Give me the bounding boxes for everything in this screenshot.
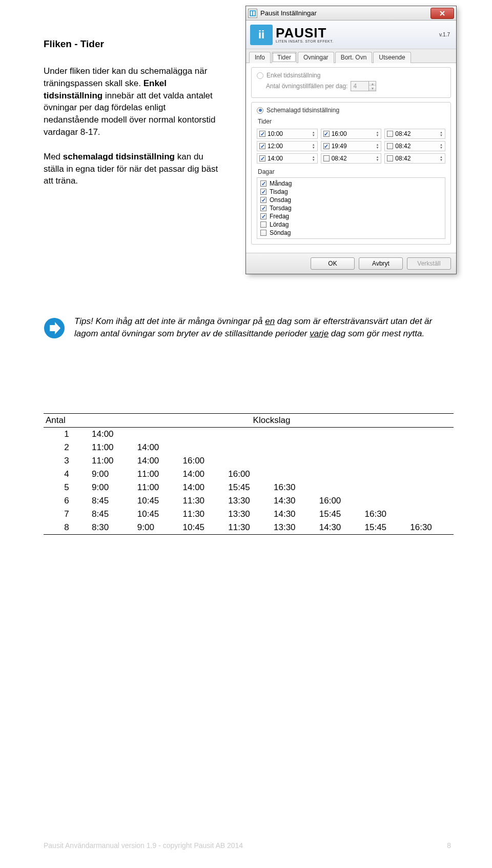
simple-count-label: Antal övningstillfällen per dag:	[266, 83, 347, 90]
table-cell-time	[363, 468, 408, 481]
close-icon	[439, 11, 445, 16]
table-cell-time: 11:00	[90, 454, 135, 468]
schedule-table: Antal Klockslag 114:00211:0014:00311:001…	[44, 413, 454, 535]
table-cell-time: 14:00	[135, 441, 181, 454]
day-row[interactable]: Torsdag	[260, 204, 442, 212]
table-cell-time: 10:45	[135, 494, 181, 508]
time-cell[interactable]: 08:42▲▼	[384, 141, 445, 151]
table-cell-antal: 5	[44, 481, 90, 494]
table-header-klockslag: Klockslag	[90, 414, 454, 428]
time-cell[interactable]: 08:42▲▼	[384, 153, 445, 164]
time-cell[interactable]: 10:00▲▼	[257, 129, 318, 139]
table-cell-time	[226, 428, 272, 441]
simple-count-spinner[interactable]: 4 ▲▼	[351, 81, 376, 91]
day-row[interactable]: Lördag	[260, 220, 442, 229]
table-cell-antal: 3	[44, 454, 90, 468]
table-cell-antal: 1	[44, 428, 90, 441]
table-row: 78:4510:4511:3013:3014:3015:4516:30	[44, 508, 454, 521]
time-cell[interactable]: 08:42▲▼	[384, 129, 445, 139]
spinner-arrows: ▲▼	[440, 131, 443, 137]
day-label: Torsdag	[270, 205, 292, 212]
settings-window: Pausit Inställningar ii PAUSIT LITEN INS…	[246, 6, 456, 274]
window-title: Pausit Inställningar	[260, 9, 430, 17]
day-label: Söndag	[270, 229, 291, 236]
table-cell-time: 11:00	[135, 468, 181, 481]
table-cell-time	[408, 441, 454, 454]
chevron-down-icon: ▼	[369, 86, 376, 91]
table-cell-time: 15:45	[363, 521, 408, 535]
tabstrip: Info Tider Ovningar Bort. Ovn Utseende	[246, 49, 456, 63]
cancel-button[interactable]: Avbryt	[359, 257, 403, 270]
table-cell-time: 16:00	[226, 468, 272, 481]
window-header: ii PAUSIT LITEN INSATS. STOR EFFEKT. v.1…	[246, 21, 456, 49]
table-cell-time	[317, 468, 363, 481]
tab-ovningar[interactable]: Ovningar	[298, 52, 334, 63]
table-cell-time	[317, 481, 363, 494]
tips-part-1: Tips! Kom ihåg att det inte är många övn…	[74, 316, 265, 326]
table-cell-time: 14:30	[272, 494, 317, 508]
time-cell[interactable]: 19:49▲▼	[321, 141, 382, 151]
day-label: Måndag	[270, 180, 292, 187]
table-cell-time	[408, 508, 454, 521]
tab-utseende[interactable]: Utseende	[373, 52, 411, 63]
table-cell-time	[272, 428, 317, 441]
day-row[interactable]: Fredag	[260, 212, 442, 220]
version-label: v.1.7	[439, 32, 450, 37]
scheduled-time-fieldset: Schemalagd tidsinställning Tider 10:00▲▼…	[251, 102, 451, 245]
table-cell-time	[363, 494, 408, 508]
table-cell-time	[181, 441, 227, 454]
time-cell[interactable]: 14:00▲▼	[257, 153, 318, 164]
close-button[interactable]	[430, 8, 454, 19]
checkbox-icon	[260, 197, 266, 203]
table-cell-antal: 8	[44, 521, 90, 535]
table-cell-time: 16:00	[181, 454, 227, 468]
table-cell-time	[317, 428, 363, 441]
table-cell-time: 13:30	[226, 508, 272, 521]
days-list: MåndagTisdagOnsdagTorsdagFredagLördagSön…	[257, 177, 445, 239]
time-cell[interactable]: 08:42▲▼	[321, 153, 382, 164]
table-cell-time: 10:45	[181, 521, 227, 535]
p2-strong: schemalagd tidsinställning	[63, 152, 175, 162]
radio-scheduled-time[interactable]: Schemalagd tidsinställning	[257, 106, 445, 115]
tab-info[interactable]: Info	[249, 52, 271, 63]
time-value: 16:00	[332, 130, 373, 137]
day-row[interactable]: Tisdag	[260, 188, 442, 196]
time-cell[interactable]: 12:00▲▼	[257, 141, 318, 151]
day-row[interactable]: Måndag	[260, 179, 442, 188]
arrow-right-icon	[44, 317, 65, 341]
table-cell-time	[226, 441, 272, 454]
tab-bort-ovn[interactable]: Bort. Ovn	[335, 52, 373, 63]
ok-button[interactable]: OK	[311, 257, 355, 270]
radio-scheduled-label: Schemalagd tidsinställning	[266, 107, 339, 114]
table-cell-time	[317, 454, 363, 468]
table-cell-time	[272, 468, 317, 481]
table-cell-time: 14:30	[272, 508, 317, 521]
day-row[interactable]: Onsdag	[260, 196, 442, 204]
table-cell-time	[317, 441, 363, 454]
tab-tider[interactable]: Tider	[272, 52, 297, 63]
table-cell-time: 8:45	[90, 508, 135, 521]
day-label: Onsdag	[270, 196, 291, 204]
time-value: 08:42	[395, 143, 437, 150]
paragraph-1: Under fliken tider kan du schemalägga nä…	[44, 65, 223, 138]
checkbox-icon	[323, 143, 330, 149]
tab-content: Enkel tidsinställning Antal övningstillf…	[246, 63, 456, 253]
tips-underline-1: en	[265, 316, 275, 326]
tips-part-3: dag som gör mest nytta.	[329, 329, 424, 338]
day-row[interactable]: Söndag	[260, 229, 442, 237]
checkbox-icon	[259, 131, 265, 137]
radio-simple-time[interactable]: Enkel tidsinställning	[257, 71, 445, 80]
app-icon	[248, 9, 257, 18]
day-label: Tisdag	[270, 188, 288, 195]
logo-icon: ii	[250, 25, 273, 45]
time-value: 12:00	[268, 143, 309, 150]
table-cell-time: 8:45	[90, 494, 135, 508]
table-cell-time	[363, 441, 408, 454]
apply-button[interactable]: Verkställ	[407, 257, 451, 270]
table-cell-time	[135, 428, 181, 441]
table-cell-time: 14:30	[317, 521, 363, 535]
checkbox-icon	[260, 180, 266, 187]
time-cell[interactable]: 16:00▲▼	[321, 129, 382, 139]
table-cell-time: 13:30	[272, 521, 317, 535]
table-cell-time: 16:00	[317, 494, 363, 508]
